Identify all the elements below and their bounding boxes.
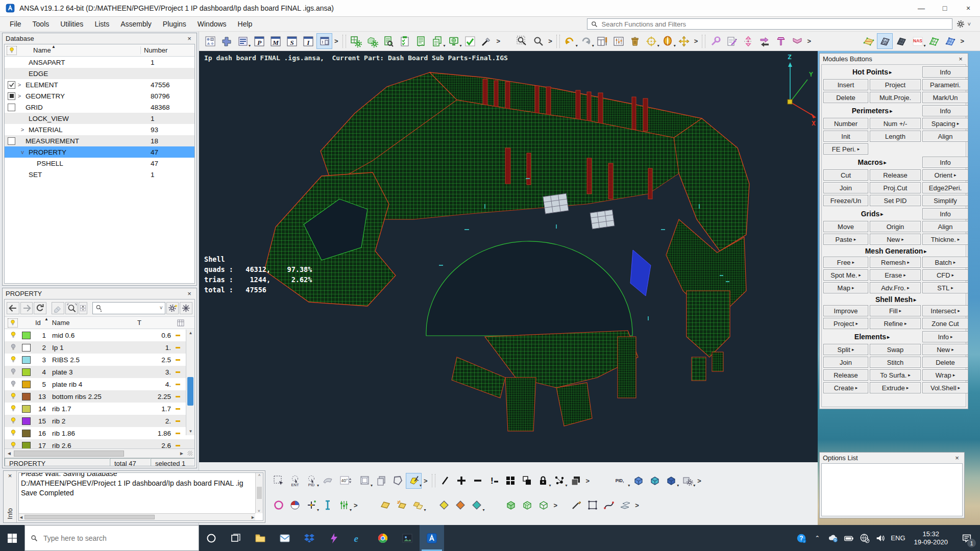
- menu-windows[interactable]: Windows: [192, 18, 232, 30]
- search-options-chevron-icon[interactable]: ˅: [968, 21, 971, 27]
- property-settings-button[interactable]: [166, 302, 179, 314]
- language-indicator[interactable]: ENG: [891, 534, 905, 542]
- solid-view-blue[interactable]: [630, 473, 646, 489]
- select-pid[interactable]: PID▾: [303, 473, 319, 489]
- s-module-button[interactable]: S: [284, 33, 300, 49]
- toolbar-overflow-chevron[interactable]: >: [633, 502, 641, 509]
- volume-box-wire[interactable]: [536, 497, 552, 513]
- nas-format[interactable]: NAS▾: [910, 33, 925, 49]
- diamond-teal[interactable]: ▾: [469, 497, 485, 513]
- find-document[interactable]: [381, 33, 397, 49]
- checks-manager[interactable]: [397, 33, 413, 49]
- property-row-5[interactable]: 5plate rib 44.: [5, 378, 194, 390]
- diamond-orange[interactable]: [453, 497, 469, 513]
- info-button[interactable]: Info: [922, 208, 968, 219]
- transform-move[interactable]: [676, 33, 692, 49]
- taskbar-app-edge[interactable]: e: [346, 525, 371, 551]
- database-col-number[interactable]: Number: [140, 46, 194, 54]
- module-button-fe-peri-[interactable]: FE Peri.▸: [823, 143, 868, 155]
- view-panel[interactable]: [595, 33, 610, 49]
- scroll-left-icon[interactable]: ◄: [5, 450, 14, 456]
- scroll-down-icon[interactable]: ▼: [186, 428, 195, 435]
- module-button-cfd[interactable]: CFD▸: [922, 269, 968, 281]
- database-close-icon[interactable]: ×: [185, 35, 193, 42]
- database-column-header[interactable]: ▲ Name Number: [5, 44, 194, 57]
- bulb-on-icon[interactable]: [5, 441, 22, 448]
- select-entity[interactable]: ENT: [287, 473, 303, 489]
- taskbar-app-ansa[interactable]: [420, 525, 444, 551]
- options-list-empty[interactable]: [821, 463, 963, 516]
- show-all[interactable]: [503, 473, 519, 489]
- database-col-name[interactable]: Name: [33, 46, 51, 54]
- taskbar-app-photos[interactable]: [395, 525, 420, 551]
- node-connectivity[interactable]: ▾: [552, 473, 568, 489]
- database-row-grid[interactable]: GRID48368: [5, 102, 194, 113]
- module-button-mult-proje-[interactable]: Mult.Proje.: [870, 92, 921, 103]
- swap-arrows[interactable]: [756, 33, 772, 49]
- bulb-on-icon[interactable]: [5, 331, 22, 340]
- list-manager[interactable]: ▾: [235, 33, 251, 49]
- property-filter-star-button[interactable]: [180, 302, 192, 314]
- taskbar-app-file-explorer[interactable]: [248, 525, 273, 551]
- menu-help[interactable]: Help: [232, 18, 258, 30]
- property-color-swatch[interactable]: [22, 430, 31, 437]
- taskbar-clock[interactable]: 15:32 19-09-2020: [910, 530, 952, 546]
- database-row-ansapart[interactable]: ANSAPART1: [5, 57, 194, 68]
- search-settings-gear-icon[interactable]: [955, 19, 966, 29]
- module-button-join[interactable]: Join: [823, 182, 868, 193]
- bulb-on-icon[interactable]: [5, 416, 22, 425]
- redo[interactable]: ▾: [578, 33, 594, 49]
- property-back-button[interactable]: [7, 302, 19, 314]
- taskbar-search-input[interactable]: [42, 534, 193, 543]
- module-button-extrude[interactable]: Extrude▸: [870, 382, 921, 393]
- property-row-1[interactable]: 1mid 0.60.6: [5, 329, 194, 341]
- property-col-id[interactable]: Id: [35, 319, 41, 327]
- column-chooser-icon[interactable]: [176, 318, 185, 328]
- fix-wrench[interactable]: [707, 33, 723, 49]
- menu-assembly[interactable]: Assembly: [115, 18, 157, 30]
- module-button-new[interactable]: New▸: [922, 344, 968, 355]
- toolbar-overflow-chevron[interactable]: >: [552, 502, 559, 509]
- polygon-outline[interactable]: [389, 473, 405, 489]
- module-button-proj-cut[interactable]: Proj.Cut: [870, 182, 921, 193]
- module-button-parametri-[interactable]: Parametri.: [922, 79, 968, 90]
- module-button-spot-me-[interactable]: Spot Me.▸: [823, 269, 868, 281]
- module-button-adv-fro-[interactable]: Adv.Fro.▸: [870, 282, 921, 293]
- module-button-set-pid[interactable]: Set PID: [870, 195, 921, 206]
- 3d-viewport[interactable]: Z Y X Ip dash board FINAL .igs.ansa, Cur…: [199, 51, 818, 462]
- property-row-4[interactable]: 4plate 33.: [5, 366, 194, 378]
- scrollbar-thumb[interactable]: [14, 450, 124, 457]
- database-row-property[interactable]: vPROPERTY47: [5, 146, 194, 158]
- property-row-17[interactable]: 17rib 2.62.6: [5, 439, 194, 448]
- module-button-map[interactable]: Map▸: [823, 282, 868, 293]
- copy-layers[interactable]: [373, 473, 389, 489]
- scroll-right-icon[interactable]: ►: [177, 450, 186, 456]
- database-row-pshell[interactable]: PSHELL47: [5, 158, 194, 169]
- spacing-tool[interactable]: [740, 33, 756, 49]
- add-selection[interactable]: [454, 473, 470, 489]
- expand-closed-icon[interactable]: >: [15, 93, 23, 99]
- module-button-align[interactable]: Align: [922, 131, 968, 142]
- entity-shapes[interactable]: [202, 33, 218, 49]
- module-button-refine[interactable]: Refine▸: [870, 318, 921, 329]
- module-button-delete[interactable]: Delete: [823, 92, 868, 103]
- module-button-stl[interactable]: STL▸: [922, 282, 968, 293]
- module-button-improve[interactable]: Improve: [823, 305, 868, 316]
- module-button-batch[interactable]: Batch▸: [922, 257, 968, 268]
- module-button-join[interactable]: Join: [823, 357, 868, 368]
- menu-file[interactable]: File: [4, 18, 27, 30]
- diamond-yellow[interactable]: [436, 497, 452, 513]
- property-refresh-button[interactable]: [34, 302, 46, 314]
- toolbar-overflow-chevron[interactable]: >: [959, 37, 966, 45]
- toolbar-overflow-chevron[interactable]: >: [495, 37, 502, 45]
- scrollbar-thumb[interactable]: [187, 377, 193, 406]
- database-settings[interactable]: [348, 33, 364, 49]
- module-button-init[interactable]: Init: [823, 131, 868, 142]
- start-button[interactable]: [0, 525, 24, 551]
- scroll-up-icon[interactable]: ▲: [186, 330, 195, 337]
- property-eraser-button[interactable]: [52, 302, 64, 314]
- ibeam-tool[interactable]: [320, 497, 335, 513]
- property-row-13[interactable]: 13bottom ribs 2.252.25: [5, 390, 194, 403]
- module-button-remesh[interactable]: Remesh▸: [870, 257, 921, 268]
- copy-visible[interactable]: [568, 473, 584, 489]
